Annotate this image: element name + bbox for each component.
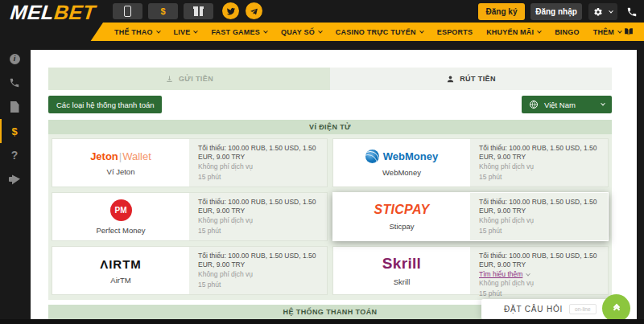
ask-question-widget[interactable]: ĐẶT CÂU HỎI on-line — [481, 299, 616, 319]
min-amount: Tối thiểu: 100.00 RUB, 1.50 USD, 1.50 EU… — [479, 144, 599, 162]
jeton-wallet-logo: Jeton|Wallet — [90, 150, 151, 162]
time-text: 15 phút — [479, 289, 599, 299]
min-amount: Tối thiểu: 100.00 RUB, 1.50 USD, 1.50 EU… — [198, 198, 318, 215]
gift-icon — [194, 9, 203, 16]
chevron-down-icon — [318, 28, 323, 33]
chevron-down-icon — [601, 101, 605, 106]
min-amount: Tối thiểu: 100.00 RUB, 1.50 USD, 1.50 EU… — [479, 252, 599, 269]
webmoney-globe-icon — [365, 150, 379, 163]
nav-the-thao[interactable]: THỂ THAO — [114, 28, 160, 36]
nav-bingo[interactable]: BINGO — [555, 28, 580, 36]
nav-them[interactable]: THÊM — [593, 28, 621, 36]
payments-sidebar-button[interactable]: $ — [0, 119, 27, 143]
fee-text: Không phí dịch vụ — [479, 278, 599, 289]
payment-card-perfect-money[interactable]: PM Perfect Money Tối thiểu: 100.00 RUB, … — [52, 192, 328, 241]
ewallet-cards: Jeton|Wallet Ví Jeton Tối thiểu: 100.00 … — [48, 134, 612, 300]
payment-card-sticpay[interactable]: STICPAY Sticpay Tối thiểu: 100.00 RUB, 1… — [332, 192, 609, 241]
announcements-button[interactable] — [0, 167, 27, 191]
document-icon — [10, 101, 19, 113]
country-select[interactable]: Việt Nam — [522, 96, 612, 113]
time-text: 15 phút — [198, 226, 318, 236]
payment-card-airtm[interactable]: ΛIRTM AirTM Tối thiểu: 100.00 RUB, 1.50 … — [52, 246, 328, 295]
login-button[interactable]: Đăng nhập — [530, 3, 582, 20]
book-icon — [623, 27, 634, 37]
register-button[interactable]: Đăng ký — [478, 3, 525, 20]
payment-name: WebMoney — [382, 168, 421, 177]
min-amount: Tối thiểu: 100.00 RUB, 1.50 USD, 1.50 EU… — [479, 198, 599, 215]
nav-esports[interactable]: ESPORTS — [437, 28, 473, 36]
fee-text: Không phí dịch vụ — [198, 269, 318, 280]
nav-diagonal-cut — [0, 23, 103, 41]
scroll-top-button[interactable] — [602, 294, 630, 322]
support-phone-button[interactable] — [623, 3, 641, 20]
skrill-logo: Skrill — [382, 255, 421, 273]
mobile-icon — [124, 6, 131, 17]
payment-name: Perfect Money — [96, 226, 145, 235]
nav-casino[interactable]: CASINO TRỰC TUYẾN — [336, 28, 423, 36]
tab-withdraw[interactable]: RÚT TIỀN — [330, 68, 612, 90]
rules-book-button[interactable] — [623, 26, 634, 40]
payment-name: Skrill — [394, 277, 411, 286]
question-icon: ? — [11, 149, 19, 162]
ask-question-label: ĐẶT CÂU HỎI — [504, 305, 563, 314]
info-icon: i — [10, 54, 20, 64]
deposit-icon — [165, 75, 174, 84]
fee-text: Không phí dịch vụ — [198, 162, 318, 172]
chevron-down-icon — [617, 28, 622, 33]
airtm-logo: ΛIRTM — [100, 257, 142, 271]
chevron-down-icon — [609, 8, 613, 13]
side-toolbar: i $ ? — [0, 47, 31, 191]
chevron-down-icon — [526, 272, 530, 277]
payments-button[interactable]: $ — [148, 3, 178, 19]
withdraw-person-icon — [446, 75, 455, 84]
time-text: 15 phút — [198, 280, 318, 290]
chevron-down-icon — [194, 28, 199, 33]
bottom-edge — [0, 319, 644, 324]
megaphone-icon — [9, 174, 20, 184]
nav-khuyen-mai[interactable]: KHUYẾN MÃI — [486, 28, 541, 36]
min-amount: Tối thiểu: 100.00 RUB, 1.50 USD, 1.50 EU… — [198, 144, 318, 162]
perfect-money-logo: PM — [110, 199, 132, 221]
twitter-button[interactable] — [222, 2, 239, 19]
chevron-down-icon — [419, 28, 424, 33]
help-button[interactable]: ? — [0, 143, 27, 167]
settings-button[interactable] — [588, 3, 617, 20]
payment-types-button[interactable]: Các loại hệ thống thanh toán — [48, 96, 162, 113]
gear-icon — [593, 7, 603, 17]
chevron-down-icon — [156, 28, 161, 33]
webmoney-logo: WebMoney — [365, 150, 438, 163]
online-badge: on-line — [569, 304, 597, 314]
chevron-down-icon — [537, 28, 542, 33]
phone-icon — [626, 6, 638, 18]
learn-more-link[interactable]: Tìm hiểu thêm — [479, 270, 530, 278]
melbet-logo[interactable]: MELBET — [9, 1, 97, 24]
nav-live[interactable]: LIVE — [174, 28, 198, 36]
globe-icon — [529, 100, 539, 109]
phone-icon — [9, 77, 20, 88]
dollar-icon: $ — [160, 6, 165, 16]
sticpay-logo: STICPAY — [374, 203, 429, 217]
deposit-withdraw-tabs: GỬI TIỀN RÚT TIỀN — [48, 68, 612, 90]
section-ewallet-header: VÍ ĐIỆN TỬ — [48, 120, 612, 134]
payment-name: Sticpay — [389, 222, 414, 231]
promo-gift-button[interactable] — [184, 3, 213, 19]
payment-card-jeton[interactable]: Jeton|Wallet Ví Jeton Tối thiểu: 100.00 … — [52, 138, 328, 187]
payment-card-webmoney[interactable]: WebMoney WebMoney Tối thiểu: 100.00 RUB,… — [332, 138, 609, 187]
tab-deposit[interactable]: GỬI TIỀN — [48, 68, 330, 90]
payments-panel: GỬI TIỀN RÚT TIỀN Các loại hệ thống than… — [31, 50, 637, 319]
telegram-button[interactable] — [246, 2, 262, 19]
info-button[interactable]: i — [0, 47, 27, 71]
nav-fast-games[interactable]: FAST GAMES — [211, 28, 267, 36]
documents-button[interactable] — [0, 95, 27, 119]
payment-name: Ví Jeton — [107, 167, 135, 176]
fee-text: Không phí dịch vụ — [198, 215, 318, 226]
phone-button[interactable] — [0, 71, 27, 95]
time-text: 15 phút — [479, 172, 599, 183]
mobile-app-button[interactable] — [113, 3, 142, 19]
fee-text: Không phí dịch vụ — [479, 162, 599, 172]
time-text: 15 phút — [479, 226, 599, 236]
nav-quay-so[interactable]: QUAY SỐ — [281, 28, 322, 36]
chevron-down-icon — [263, 28, 268, 33]
payment-card-skrill[interactable]: Skrill Skrill Tối thiểu: 100.00 RUB, 1.5… — [332, 246, 609, 295]
payment-name: AirTM — [110, 276, 130, 285]
